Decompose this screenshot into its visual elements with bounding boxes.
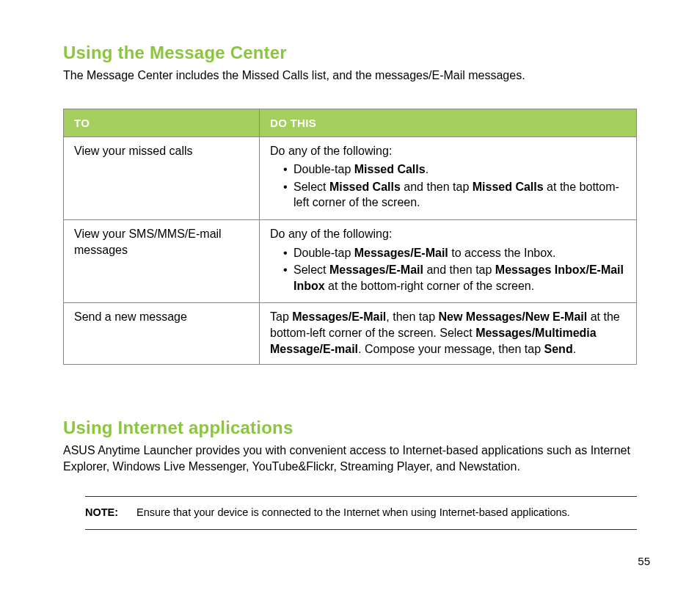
cell-do: Do any of the following:Double-tap Messa… xyxy=(260,219,637,302)
cell-to: View your SMS/MMS/E-mail messages xyxy=(64,219,260,302)
page-number: 55 xyxy=(638,555,650,567)
section1-intro: The Message Center includes the Missed C… xyxy=(63,68,637,84)
table-row: View your missed callsDo any of the foll… xyxy=(64,137,637,219)
table-header-do: DO THIS xyxy=(260,109,637,137)
section2-intro: ASUS Anytime Launcher provides you with … xyxy=(63,443,637,474)
note-block: NOTE: Ensure that your device is connect… xyxy=(85,496,637,530)
section2-heading: Using Internet applications xyxy=(63,418,637,438)
cell-to: View your missed calls xyxy=(64,137,260,219)
note-label: NOTE: xyxy=(85,506,136,520)
section2: Using Internet applications ASUS Anytime… xyxy=(63,418,637,530)
section1-heading: Using the Message Center xyxy=(63,43,637,63)
note-text: Ensure that your device is connected to … xyxy=(136,506,570,520)
instruction-table: TO DO THIS View your missed callsDo any … xyxy=(63,109,637,365)
cell-do: Tap Messages/E-Mail, then tap New Messag… xyxy=(260,303,637,365)
document-page: Using the Message Center The Message Cen… xyxy=(0,0,700,530)
table-header-to: TO xyxy=(64,109,260,137)
cell-to: Send a new message xyxy=(64,303,260,365)
cell-do: Do any of the following:Double-tap Misse… xyxy=(260,137,637,219)
table-row: Send a new messageTap Messages/E-Mail, t… xyxy=(64,303,637,365)
table-row: View your SMS/MMS/E-mail messagesDo any … xyxy=(64,219,637,302)
